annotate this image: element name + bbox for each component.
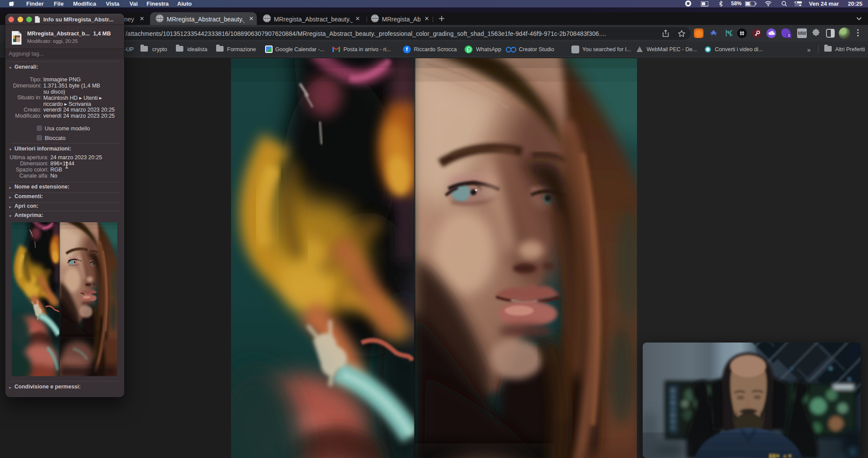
svg-text:▮▮■ ▲■: ▮▮■ ▲■ [769, 452, 792, 458]
